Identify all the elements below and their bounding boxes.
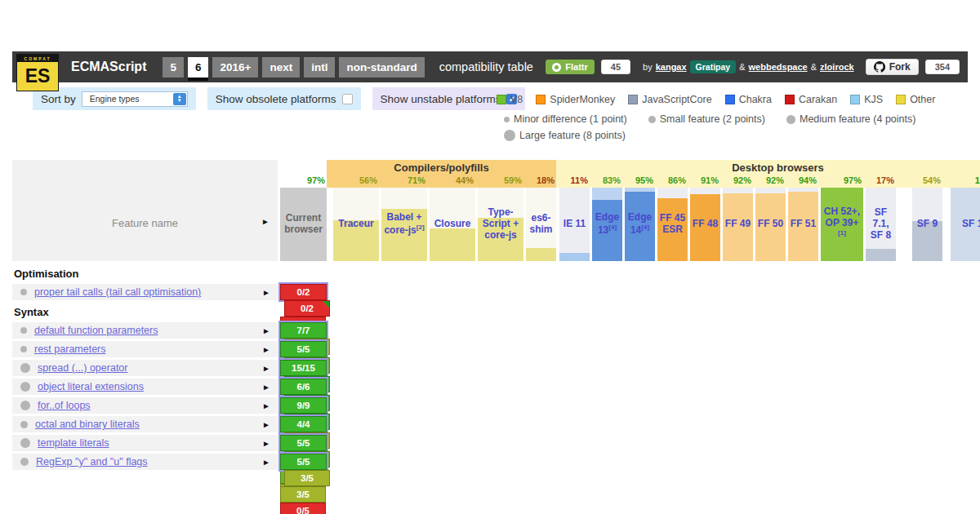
point-size-circle-icon bbox=[648, 116, 656, 123]
support-cell[interactable]: 5/5 bbox=[280, 341, 327, 357]
expand-row-arrow-icon[interactable]: ► bbox=[262, 439, 270, 448]
support-cell[interactable]: 6/6 bbox=[280, 379, 327, 395]
fork-count: 354 bbox=[925, 60, 960, 74]
column-header-ff-50[interactable]: FF 50 bbox=[755, 188, 786, 261]
expand-row-arrow-icon[interactable]: ► bbox=[262, 458, 270, 467]
support-cell[interactable]: 5/5 bbox=[280, 454, 327, 470]
tab-6[interactable]: 6 bbox=[188, 57, 209, 78]
column-ff-48: 91%FF 48 bbox=[690, 188, 720, 261]
tab-next[interactable]: next bbox=[262, 57, 300, 78]
support-cell[interactable]: 7/7 bbox=[280, 322, 327, 339]
column-header-ch-52-op-39-[interactable]: CH 52+, OP 39+[1] bbox=[821, 188, 863, 261]
gratipay-badge[interactable]: Gratipay bbox=[690, 60, 737, 73]
column-header-sf-7-1-sf-8[interactable]: SF 7.1, SF 8 bbox=[866, 188, 896, 261]
column-header-ff-45-esr[interactable]: FF 45 ESR bbox=[657, 188, 688, 261]
column-closure: 44%Closure bbox=[430, 188, 475, 261]
column-header-closure[interactable]: Closure bbox=[430, 188, 475, 261]
support-cell[interactable]: 9/9 bbox=[280, 397, 327, 414]
support-cell[interactable]: 0/2 bbox=[280, 284, 327, 300]
tab-intl[interactable]: intl bbox=[304, 57, 335, 78]
column-header-traceur[interactable]: Traceur bbox=[333, 188, 379, 261]
app-header: COMPAT ES ECMAScript 562016+nextintlnon-… bbox=[12, 51, 968, 82]
byline-amp-1: & bbox=[739, 62, 745, 72]
column-header-ff-49[interactable]: FF 49 bbox=[723, 188, 753, 261]
feature-link[interactable]: octal and binary literals bbox=[35, 419, 140, 430]
github-octocat-icon bbox=[874, 61, 885, 73]
header-widgets: Flattr 45 by kangax Gratipay & webbedspa… bbox=[546, 59, 960, 75]
link-kangax[interactable]: kangax bbox=[656, 62, 687, 72]
feature-link[interactable]: rest parameters bbox=[34, 343, 106, 355]
table-body: Optimisationproper tail calls (tail call… bbox=[12, 264, 980, 470]
column-header-sf-9[interactable]: SF 9 bbox=[912, 188, 942, 261]
sort-by-select[interactable]: Engine types ▲▼ bbox=[82, 91, 188, 107]
expand-row-arrow-icon[interactable]: ► bbox=[262, 420, 270, 429]
support-cell[interactable]: 3/5 bbox=[284, 470, 330, 486]
support-cell[interactable]: 0/2 bbox=[284, 300, 330, 317]
support-cell[interactable]: 3/5 bbox=[280, 486, 326, 503]
column-header-ie-11[interactable]: IE 11 bbox=[559, 188, 590, 261]
expand-row-arrow-icon[interactable]: ► bbox=[262, 326, 270, 335]
column-support-percent: 59% bbox=[478, 175, 523, 188]
support-cell[interactable]: 5/5 bbox=[280, 435, 327, 451]
feature-label-cell: spread (...) operator► bbox=[12, 360, 278, 376]
feature-row: RegExp "y" and "u" flags►5/53/53/50/50/5… bbox=[12, 454, 980, 470]
feature-size-bullet-icon bbox=[20, 289, 27, 295]
select-arrows-icon: ▲▼ bbox=[173, 93, 186, 105]
feature-link[interactable]: proper tail calls (tail call optimisatio… bbox=[34, 286, 201, 298]
support-cell[interactable]: 0/5 bbox=[280, 503, 326, 514]
column-support-percent: 100% bbox=[951, 175, 980, 188]
feature-row: spread (...) operator►15/1515/1513/1512/… bbox=[12, 360, 980, 376]
feature-link[interactable]: RegExp "y" and "u" flags bbox=[36, 456, 148, 467]
legend-point-label: Medium feature (4 points) bbox=[800, 113, 915, 125]
unstable-platforms-label: Show unstable platforms bbox=[381, 93, 501, 105]
link-zloirock[interactable]: zloirock bbox=[820, 62, 854, 72]
feature-link[interactable]: object literal extensions bbox=[38, 381, 144, 392]
expand-row-arrow-icon[interactable]: ► bbox=[262, 383, 270, 392]
points-legend-row-2: Large feature (8 points) bbox=[504, 130, 626, 141]
column-header-edge-14[interactable]: Edge 14[4] bbox=[625, 188, 655, 261]
column-support-percent: 11% bbox=[559, 175, 590, 188]
feature-link[interactable]: spread (...) operator bbox=[38, 362, 127, 374]
column-header-es6-shim[interactable]: es6-shim bbox=[526, 188, 556, 261]
expand-row-arrow-icon[interactable]: ► bbox=[262, 364, 270, 373]
feature-cells: 6/66/66/64/66/60/60/66/66/66/66/66/66/66… bbox=[278, 379, 335, 395]
tab-5[interactable]: 5 bbox=[163, 57, 184, 78]
expand-all-arrow-icon[interactable]: ► bbox=[261, 217, 270, 226]
feature-link[interactable]: template literals bbox=[38, 437, 109, 449]
column-header-type-script-core-js[interactable]: Type-Script + core-js bbox=[478, 188, 523, 261]
obsolete-platforms-checkbox[interactable] bbox=[342, 94, 353, 104]
feature-link[interactable]: default function parameters bbox=[34, 325, 158, 336]
support-cell[interactable]: 15/15 bbox=[280, 360, 327, 376]
column-header-ff-48[interactable]: FF 48 bbox=[690, 188, 720, 261]
feature-row: object literal extensions►6/66/66/64/66/… bbox=[12, 379, 980, 395]
github-fork-button[interactable]: Fork bbox=[866, 59, 919, 75]
column-support-percent: 97% bbox=[280, 175, 327, 188]
legend-engine-label: SpiderMonkey bbox=[550, 94, 615, 105]
tab-non-standard[interactable]: non-standard bbox=[339, 57, 424, 78]
obsolete-platforms-box: Show obsolete platforms bbox=[207, 87, 361, 110]
engine-swatch-icon bbox=[628, 95, 638, 104]
column-header-babel-core-js[interactable]: Babel + core-js[2] bbox=[381, 188, 427, 261]
compilers-group-label: Compilers/polyfills bbox=[327, 160, 556, 175]
column-header-ff-51[interactable]: FF 51 bbox=[788, 188, 818, 261]
legend-engine-javascriptcore: JavaScriptCore bbox=[628, 94, 711, 105]
expand-row-arrow-icon[interactable]: ► bbox=[262, 401, 270, 410]
expand-row-arrow-icon[interactable]: ► bbox=[262, 288, 270, 297]
flattr-button[interactable]: Flattr bbox=[546, 60, 595, 74]
column-support-percent: 56% bbox=[333, 175, 379, 188]
column-header-current-browser[interactable]: Current browser bbox=[280, 188, 327, 261]
feature-row: proper tail calls (tail call optimisatio… bbox=[12, 284, 980, 300]
current-browser-chunk: 97%Current browser bbox=[278, 160, 327, 261]
fork-label: Fork bbox=[889, 61, 911, 73]
link-webbedspace[interactable]: webbedspace bbox=[749, 62, 808, 72]
expand-row-arrow-icon[interactable]: ► bbox=[262, 345, 270, 354]
column-edge-13: 83%Edge 13[4] bbox=[592, 188, 622, 261]
support-cell[interactable]: 4/4 bbox=[280, 416, 327, 432]
column-header-sf-10[interactable]: SF 10 bbox=[951, 188, 980, 261]
feature-link[interactable]: for..of loops bbox=[38, 400, 91, 411]
column-header-edge-13[interactable]: Edge 13[4] bbox=[592, 188, 622, 261]
tab-2016-[interactable]: 2016+ bbox=[212, 57, 258, 78]
feature-size-bullet-icon bbox=[20, 346, 27, 352]
feature-cells: 9/99/99/96/93/90/90/97/99/97/97/97/97/97… bbox=[278, 397, 335, 414]
column-ff-45-esr: 86%FF 45 ESR bbox=[657, 188, 688, 261]
